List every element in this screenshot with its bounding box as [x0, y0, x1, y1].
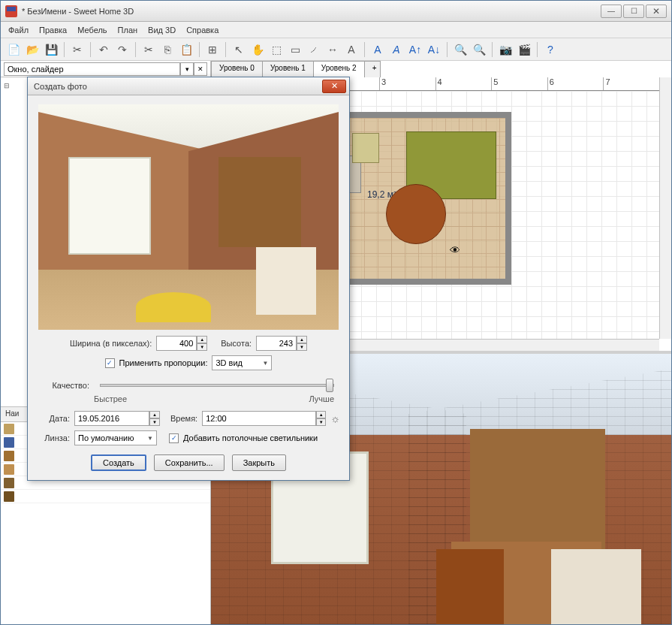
text-increase-icon[interactable]: A↑ — [407, 41, 423, 58]
photo-icon[interactable]: 📷 — [497, 41, 514, 58]
aspect-select[interactable]: 3D вид — [212, 355, 272, 370]
date-label: Дата: — [37, 414, 70, 423]
date-input[interactable] — [74, 411, 149, 426]
paste-icon[interactable]: 📋 — [178, 41, 194, 58]
spinner-down-icon[interactable]: ▼ — [197, 343, 207, 351]
quality-best-label: Лучше — [309, 394, 334, 403]
menu-file[interactable]: Файл — [4, 23, 33, 37]
menu-help[interactable]: Справка — [182, 23, 223, 37]
video-icon[interactable]: 🎬 — [516, 41, 532, 58]
select-icon[interactable]: ↖ — [231, 41, 247, 58]
text-bold-icon[interactable]: A — [369, 41, 386, 58]
menu-plan[interactable]: План — [113, 23, 143, 37]
window-title: * БезИмени - Sweet Home 3D — [22, 7, 601, 16]
copy-icon[interactable]: ⎘ — [159, 41, 176, 58]
dialog-title: Создать фото — [31, 82, 322, 91]
text-italic-icon[interactable]: A — [388, 41, 405, 58]
width-label: Ширина (в пикселах): — [70, 339, 152, 348]
toolbar: 📄 📂 💾 ✂ ↶ ↷ ✂ ⎘ 📋 ⊞ ↖ ✋ ⬚ ▭ ⟋ ↔ A A A A↑… — [1, 38, 671, 61]
text-icon[interactable]: A — [343, 41, 360, 58]
time-input[interactable] — [202, 411, 316, 426]
quality-fast-label: Быстрее — [94, 394, 127, 403]
spinner-up-icon[interactable]: ▲ — [297, 336, 307, 343]
undo-icon[interactable]: ↶ — [95, 41, 112, 58]
pan-icon[interactable]: ✋ — [249, 41, 266, 58]
spinner-down-icon[interactable]: ▼ — [297, 343, 307, 351]
spinner-down-icon[interactable]: ▼ — [316, 418, 326, 426]
help-icon[interactable]: ? — [542, 41, 559, 58]
spinner-down-icon[interactable]: ▼ — [149, 418, 160, 426]
text-decrease-icon[interactable]: A↓ — [426, 41, 442, 58]
menu-edit[interactable]: Правка — [35, 23, 71, 37]
catalog-search[interactable] — [4, 62, 180, 76]
furniture-col-name[interactable]: Наи — [1, 407, 31, 421]
height-input[interactable] — [256, 336, 297, 351]
create-photo-dialog: Создать фото ✕ Ширина (в пикселах): ▲▼ В… — [27, 77, 350, 481]
aspect-checkbox[interactable]: ✓ — [105, 358, 115, 368]
redo-icon[interactable]: ↷ — [114, 41, 131, 58]
add-level-button[interactable]: + — [364, 61, 381, 77]
preferences-icon[interactable]: ✂ — [69, 41, 86, 58]
dialog-close-button[interactable]: ✕ — [322, 80, 346, 93]
polyline-icon[interactable]: ⟋ — [306, 41, 322, 58]
maximize-button[interactable]: ☐ — [623, 5, 644, 18]
height-label: Высота: — [221, 339, 252, 348]
menu-view3d[interactable]: Вид 3D — [143, 23, 180, 37]
3d-chair2 — [436, 549, 504, 624]
create-button[interactable]: Создать — [91, 454, 146, 471]
close-button[interactable]: ✕ — [646, 5, 667, 18]
new-icon[interactable]: 📄 — [5, 41, 22, 58]
lens-label: Линза: — [37, 433, 70, 442]
tab-level-2[interactable]: Уровень 2 — [313, 61, 365, 77]
close-button[interactable]: Закрыть — [232, 454, 286, 471]
menu-furniture[interactable]: Мебель — [73, 23, 111, 37]
camera-icon[interactable]: 👁 — [450, 244, 460, 256]
furniture-chair[interactable] — [352, 133, 379, 163]
wall-icon[interactable]: ⬚ — [268, 41, 285, 58]
spinner-up-icon[interactable]: ▲ — [149, 411, 160, 418]
zoom-in-icon[interactable]: 🔍 — [452, 41, 469, 58]
cut-icon[interactable]: ✂ — [140, 41, 157, 58]
app-icon — [5, 5, 17, 17]
aspect-label: Применить пропорции: — [119, 358, 208, 367]
dimension-icon[interactable]: ↔ — [324, 41, 341, 58]
sun-icon[interactable]: ☼ — [330, 412, 340, 424]
save-icon[interactable]: 💾 — [43, 41, 59, 58]
furniture-table[interactable] — [386, 184, 446, 244]
save-button[interactable]: Сохранить... — [154, 454, 225, 471]
tab-level-1[interactable]: Уровень 1 — [262, 61, 314, 77]
quality-slider[interactable] — [100, 384, 334, 387]
open-icon[interactable]: 📂 — [24, 41, 41, 58]
slider-thumb[interactable] — [326, 379, 333, 392]
menubar: Файл Правка Мебель План Вид 3D Справка — [1, 22, 671, 38]
spinner-up-icon[interactable]: ▲ — [316, 411, 326, 418]
ceiling-lights-checkbox[interactable]: ✓ — [169, 433, 179, 443]
minimize-button[interactable]: — — [601, 5, 622, 18]
tab-level-0[interactable]: Уровень 0 — [211, 61, 263, 77]
quality-label: Качество: — [37, 381, 89, 390]
time-label: Время: — [170, 414, 197, 423]
spinner-up-icon[interactable]: ▲ — [197, 336, 207, 343]
list-item[interactable] — [1, 490, 210, 503]
scrollbar-vertical[interactable] — [659, 77, 671, 339]
photo-preview — [38, 104, 339, 330]
ceiling-lights-label: Добавить потолочные светильники — [183, 433, 318, 442]
catalog-clear-icon[interactable]: ✕ — [194, 62, 207, 76]
width-input[interactable] — [156, 336, 197, 351]
3d-shelf — [470, 429, 605, 549]
3d-chair — [551, 549, 641, 624]
zoom-out-icon[interactable]: 🔍 — [471, 41, 487, 58]
add-furniture-icon[interactable]: ⊞ — [204, 41, 221, 58]
catalog-dropdown-icon[interactable]: ▾ — [180, 62, 194, 76]
titlebar: * БезИмени - Sweet Home 3D — ☐ ✕ — [1, 1, 671, 22]
room-icon[interactable]: ▭ — [287, 41, 303, 58]
lens-select[interactable]: По умолчанию — [74, 430, 157, 445]
